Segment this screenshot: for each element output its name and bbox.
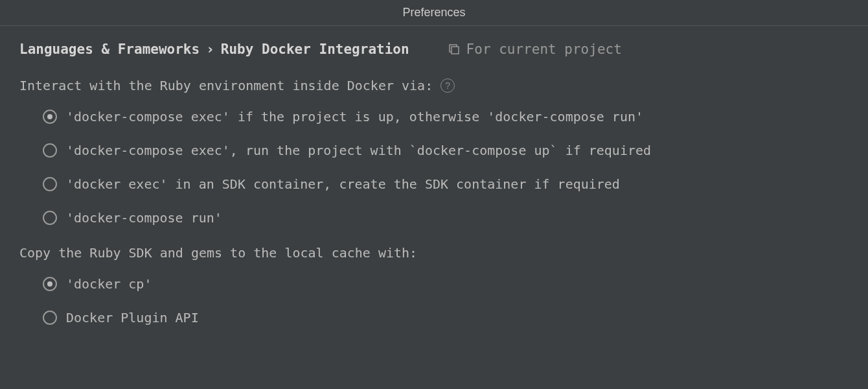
svg-rect-1 (451, 47, 459, 54)
window-titlebar: Preferences (0, 0, 868, 26)
breadcrumb-current: Ruby Docker Integration (221, 41, 409, 57)
radio-option-compose-run[interactable]: 'docker-compose run' (43, 210, 849, 226)
radio-label: 'docker-compose exec', run the project w… (66, 143, 651, 158)
radio-label: 'docker cp' (66, 276, 152, 292)
section-copy-label: Copy the Ruby SDK and gems to the local … (19, 245, 849, 261)
radio-option-docker-exec-sdk[interactable]: 'docker exec' in an SDK container, creat… (43, 176, 849, 192)
breadcrumb-separator: › (206, 41, 214, 57)
radio-option-docker-cp[interactable]: 'docker cp' (43, 276, 849, 292)
radio-button[interactable] (43, 277, 57, 291)
radio-label: 'docker-compose exec' if the project is … (66, 109, 643, 124)
radio-option-plugin-api[interactable]: Docker Plugin API (43, 310, 849, 325)
radio-label: 'docker-compose run' (66, 210, 222, 226)
section-interact-label: Interact with the Ruby environment insid… (19, 78, 849, 93)
breadcrumb-row: Languages & Frameworks › Ruby Docker Int… (19, 41, 849, 57)
window-title: Preferences (402, 6, 465, 19)
scope-icon (448, 43, 460, 55)
radio-button[interactable] (43, 110, 57, 124)
radio-group-copy: 'docker cp' Docker Plugin API (43, 276, 849, 325)
radio-button[interactable] (43, 211, 57, 225)
radio-group-interact: 'docker-compose exec' if the project is … (43, 109, 849, 226)
scope-label-text: For current project (466, 41, 622, 57)
breadcrumb-parent[interactable]: Languages & Frameworks (19, 41, 200, 57)
radio-option-exec-fallback-run[interactable]: 'docker-compose exec' if the project is … (43, 109, 849, 124)
radio-option-exec-up[interactable]: 'docker-compose exec', run the project w… (43, 143, 849, 158)
radio-label: Docker Plugin API (66, 310, 199, 325)
radio-button[interactable] (43, 143, 57, 158)
radio-button[interactable] (43, 177, 57, 191)
radio-label: 'docker exec' in an SDK container, creat… (66, 176, 620, 192)
scope-indicator: For current project (448, 41, 622, 57)
content-area: Languages & Frameworks › Ruby Docker Int… (0, 26, 868, 360)
radio-button[interactable] (43, 311, 57, 325)
help-icon[interactable]: ? (440, 78, 455, 93)
